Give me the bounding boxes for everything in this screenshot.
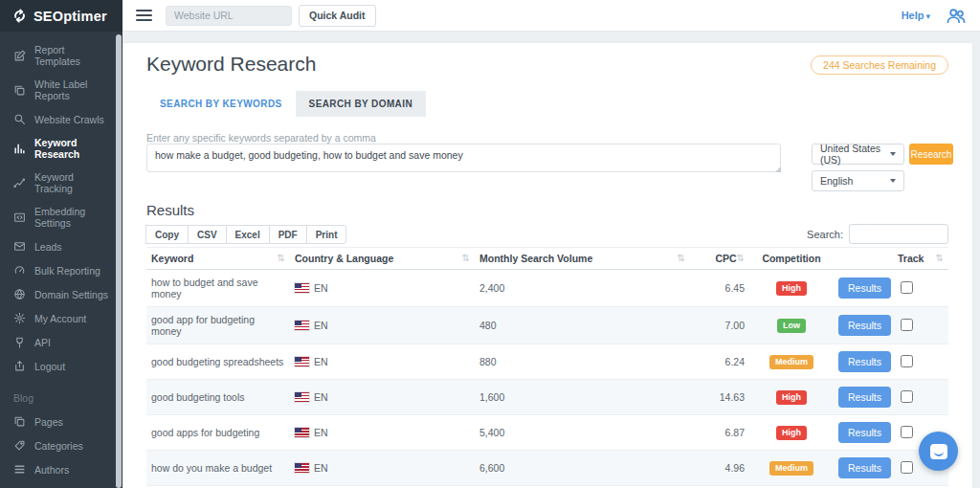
sidebar-item-domain-settings[interactable]: Domain Settings xyxy=(0,282,122,306)
report-templates-icon xyxy=(13,50,26,62)
sidebar-item-my-account[interactable]: My Account xyxy=(0,306,122,330)
search-mode-tabs: SEARCH BY KEYWORDS SEARCH BY DOMAIN xyxy=(146,91,426,117)
research-button[interactable]: Research xyxy=(909,144,953,165)
sidebar-item-white-label-reports[interactable]: White Label Reports xyxy=(0,73,122,107)
sort-icon: ⇅ xyxy=(678,253,685,263)
us-flag-icon xyxy=(295,392,309,402)
help-menu[interactable]: Help▾ xyxy=(902,10,930,21)
competition-badge: High xyxy=(776,390,807,405)
track-checkbox[interactable] xyxy=(901,281,913,294)
results-button[interactable]: Results xyxy=(838,351,891,372)
sidebar-item-website-crawls[interactable]: Website Crawls xyxy=(0,107,122,131)
cpc-cell: 4.96 xyxy=(690,451,749,486)
export-button-excel[interactable]: Excel xyxy=(226,225,270,244)
language-select[interactable]: English xyxy=(812,170,904,191)
column-header-results xyxy=(834,248,893,270)
sidebar-item-logout[interactable]: Logout xyxy=(0,354,122,378)
sort-icon: ⇅ xyxy=(936,253,944,263)
sidebar-scrollbar[interactable] xyxy=(116,34,122,488)
competition-badge: Medium xyxy=(769,461,813,476)
website-url-input[interactable] xyxy=(166,6,292,26)
track-cell xyxy=(893,344,948,380)
competition-badge: High xyxy=(776,281,807,296)
plug-icon xyxy=(13,336,26,348)
sidebar-item-authors[interactable]: Authors xyxy=(0,457,122,481)
results-cell: Results xyxy=(834,270,893,307)
country-language-cell: EN xyxy=(290,380,475,415)
pages-icon xyxy=(13,415,26,428)
keyword-cell: good apps for budgeting xyxy=(146,415,290,451)
column-header-country-language[interactable]: Country & Language⇅ xyxy=(290,248,475,270)
sidebar-item-categories[interactable]: Categories xyxy=(0,433,122,457)
sidebar-item-bulk-reporting[interactable]: Bulk Reporting xyxy=(0,258,122,282)
cpc-cell: 6.87 xyxy=(690,415,749,451)
monthly-search-volume-cell: 480 xyxy=(475,307,690,344)
results-button[interactable]: Results xyxy=(838,387,891,408)
country-language-cell: EN xyxy=(290,270,475,307)
sidebar-item-report-templates[interactable]: Report Templates xyxy=(0,38,122,73)
sidebar-item-keyword-tracking[interactable]: Keyword Tracking xyxy=(0,166,122,200)
monthly-search-volume-cell: 5,400 xyxy=(475,415,690,451)
track-checkbox[interactable] xyxy=(901,319,913,331)
table-row-good-budgeting-spreadsheets: good budgeting spreadsheets EN 880 6.24 … xyxy=(146,344,948,380)
country-select[interactable]: United States (US) xyxy=(812,144,904,165)
main-content: Keyword Research 244 Searches Remaining … xyxy=(122,43,972,488)
tab-search-by-domain[interactable]: SEARCH BY DOMAIN xyxy=(296,91,426,117)
export-button-pdf[interactable]: PDF xyxy=(269,225,307,244)
line-chart-icon xyxy=(13,177,26,189)
keywords-input[interactable]: how make a budget, good budgeting, how t… xyxy=(146,144,781,172)
sidebar-item-leads[interactable]: Leads xyxy=(0,234,122,258)
cpc-cell: 7.00 xyxy=(690,307,749,344)
tag-icon xyxy=(13,439,26,452)
us-flag-icon xyxy=(295,321,309,330)
track-checkbox[interactable] xyxy=(901,426,913,438)
keyword-cell: how to budget and save money xyxy=(146,270,290,307)
export-button-copy[interactable]: Copy xyxy=(145,225,189,244)
country-language-cell: EN xyxy=(290,415,475,451)
sidebar-item-keyword-research[interactable]: Keyword Research xyxy=(0,131,122,166)
us-flag-icon xyxy=(295,428,309,437)
users-icon[interactable] xyxy=(946,7,967,24)
sidebar-item-api[interactable]: API xyxy=(0,330,122,354)
sidebar-item-blog[interactable]: Blog xyxy=(0,387,122,410)
sidebar: SEOptimer Report Templates White Label R… xyxy=(0,0,122,488)
track-cell xyxy=(893,307,948,344)
brand-logo[interactable]: SEOptimer xyxy=(0,0,122,32)
track-checkbox[interactable] xyxy=(901,390,913,403)
results-button[interactable]: Results xyxy=(838,315,891,336)
globe-icon xyxy=(13,288,26,300)
sidebar-item-embedding-settings[interactable]: Embedding Settings xyxy=(0,200,122,234)
country-language-cell: EN xyxy=(290,307,475,344)
track-checkbox[interactable] xyxy=(901,461,913,474)
track-checkbox[interactable] xyxy=(901,355,913,367)
results-button[interactable]: Results xyxy=(838,422,891,443)
brand-logo-icon xyxy=(11,8,28,24)
sidebar-item-import-list[interactable]: Import List xyxy=(0,481,122,488)
competition-cell: Medium xyxy=(749,451,834,486)
tab-search-by-keywords[interactable]: SEARCH BY KEYWORDS xyxy=(146,91,296,117)
export-button-csv[interactable]: CSV xyxy=(188,225,227,244)
column-header-cpc[interactable]: CPC ⇅ xyxy=(690,248,749,270)
column-header-monthly-search-volume[interactable]: Monthly Search Volume⇅ xyxy=(475,248,690,270)
column-header-keyword[interactable]: Keyword⇅ xyxy=(146,248,290,270)
monthly-search-volume-cell: 6,600 xyxy=(475,451,690,486)
cpc-cell: 14.63 xyxy=(690,380,749,415)
column-header-track[interactable]: Track⇅ xyxy=(893,248,948,270)
table-row-how-to-budget-and-save-money: how to budget and save money EN 2,400 6.… xyxy=(146,270,948,307)
quick-audit-button[interactable]: Quick Audit xyxy=(299,5,376,27)
list-icon xyxy=(13,463,26,476)
results-cell: Results xyxy=(834,380,893,415)
embed-code-icon xyxy=(13,211,26,224)
results-button[interactable]: Results xyxy=(838,277,891,299)
competition-badge: Low xyxy=(777,319,806,333)
table-header-row: Keyword⇅ Country & Language⇅ Monthly Sea… xyxy=(146,248,948,270)
sidebar-item-pages[interactable]: Pages xyxy=(0,410,122,433)
app-frame: SEOptimer Report Templates White Label R… xyxy=(0,0,980,488)
menu-hamburger-icon[interactable] xyxy=(136,10,152,21)
export-button-print[interactable]: Print xyxy=(306,225,347,244)
chat-launcher-button[interactable] xyxy=(919,432,958,471)
results-button[interactable]: Results xyxy=(838,457,891,478)
chevron-down-icon xyxy=(890,179,896,183)
table-search-input[interactable] xyxy=(849,224,948,244)
keywords-input-label: Enter any specific keywords separated by… xyxy=(146,132,376,144)
